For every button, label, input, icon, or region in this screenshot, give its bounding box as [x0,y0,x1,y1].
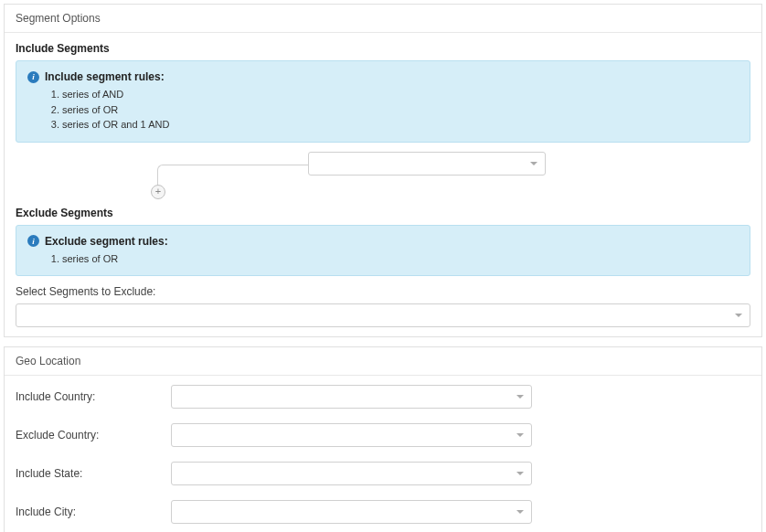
include-rule-item: series of OR [62,102,739,118]
include-country-label: Include Country: [16,390,171,403]
include-segment-select[interactable] [308,152,546,176]
include-segments-section: Include Segments i Include segment rules… [16,42,750,192]
geo-location-header: Geo Location [5,347,761,376]
chevron-down-icon [516,472,524,475]
exclude-country-row: Exclude Country: [16,423,750,447]
include-rules-list: series of AND series of OR series of OR … [62,87,739,133]
include-rules-info-box: i Include segment rules: series of AND s… [16,60,750,143]
chevron-down-icon [516,510,524,514]
segment-options-title: Segment Options [16,12,101,25]
include-rules-title-row: i Include segment rules: [27,70,739,83]
exclude-segment-select[interactable] [16,303,750,327]
geo-location-body: Include Country: Exclude Country: Includ… [5,376,761,532]
include-segment-select-wrap [308,152,546,176]
include-rules-label: Include segment rules: [45,70,165,83]
exclude-rule-item: series of OR [62,251,739,267]
include-state-row: Include State: [16,462,750,485]
segment-options-panel: Segment Options Include Segments i Inclu… [4,4,762,337]
include-rule-item: series of OR and 1 AND [62,117,739,133]
include-city-row: Include City: [16,500,750,524]
segment-connector-area: + [16,152,750,192]
exclude-segments-section: Exclude Segments i Exclude segment rules… [16,207,750,328]
include-state-select[interactable] [171,462,532,485]
exclude-select-label: Select Segments to Exclude: [16,285,750,298]
include-state-label: Include State: [16,467,171,480]
info-icon: i [27,71,39,83]
exclude-select-section: Select Segments to Exclude: [16,285,750,327]
include-country-select[interactable] [171,385,532,409]
chevron-down-icon [516,433,524,437]
info-icon: i [27,235,39,247]
segment-options-body: Include Segments i Include segment rules… [5,33,761,336]
add-segment-button[interactable]: + [151,185,165,199]
exclude-country-select[interactable] [171,423,532,447]
segment-options-header: Segment Options [5,5,761,33]
include-rule-item: series of AND [62,87,739,102]
chevron-down-icon [735,314,742,317]
chevron-down-icon [530,162,537,165]
chevron-down-icon [516,395,524,399]
exclude-country-label: Exclude Country: [16,429,171,442]
geo-location-title: Geo Location [16,355,80,367]
include-segments-title: Include Segments [16,42,750,55]
include-country-row: Include Country: [16,385,750,409]
exclude-segments-title: Exclude Segments [16,207,750,219]
exclude-rules-list: series of OR [62,251,739,267]
connector-line [157,165,308,192]
include-city-select[interactable] [171,500,532,524]
exclude-rules-label: Exclude segment rules: [45,235,168,248]
exclude-rules-info-box: i Exclude segment rules: series of OR [16,225,750,277]
include-city-label: Include City: [16,505,171,518]
exclude-rules-title-row: i Exclude segment rules: [27,235,739,248]
geo-location-panel: Geo Location Include Country: Exclude Co… [4,346,762,532]
